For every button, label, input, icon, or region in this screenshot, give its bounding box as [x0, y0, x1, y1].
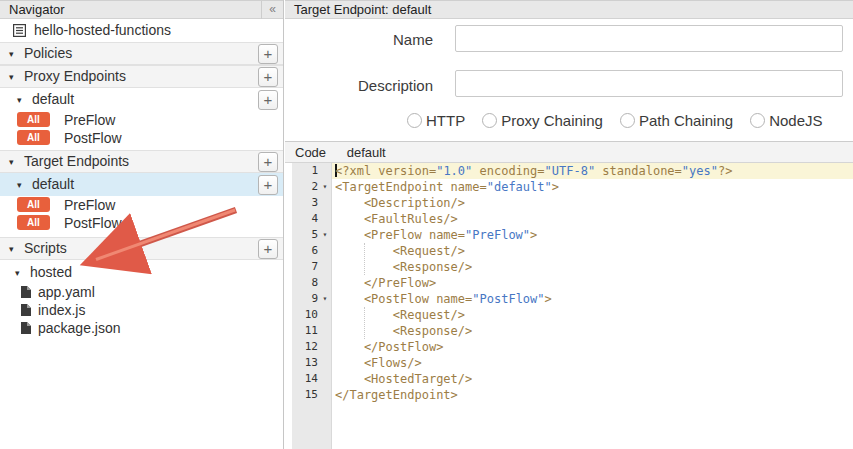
line-number: 4 [292, 211, 318, 227]
radio-proxy-chaining[interactable]: Proxy Chaining [482, 112, 603, 129]
code-tab-bar: Code default [285, 141, 853, 163]
radio-circle-icon[interactable] [482, 113, 497, 128]
sidebar-item-default[interactable]: ▾default+ [0, 88, 283, 111]
item-label: default [32, 91, 74, 107]
item-label: PreFlow [64, 197, 115, 213]
item-label: hello-hosted-functions [34, 22, 171, 38]
sidebar-item-index-js[interactable]: index.js [0, 301, 283, 319]
code-file-name: default [347, 145, 386, 160]
description-input[interactable] [455, 70, 843, 97]
radio-path-chaining[interactable]: Path Chaining [620, 112, 733, 129]
bundle-icon [13, 24, 26, 37]
description-label: Description [285, 77, 433, 94]
code-line-12[interactable]: 12 </PostFlow> [285, 339, 853, 355]
add-button[interactable]: + [258, 67, 278, 87]
sidebar-item-policies[interactable]: ▾Policies+ [0, 42, 283, 65]
radio-circle-icon[interactable] [407, 113, 422, 128]
line-number: 5 [292, 227, 318, 243]
code-line-11[interactable]: 11 <Response/> [285, 323, 853, 339]
item-label: Scripts [24, 240, 67, 256]
sidebar-item-proxy-endpoints[interactable]: ▾Proxy Endpoints+ [0, 65, 283, 88]
disclosure-triangle-icon[interactable]: ▾ [9, 66, 14, 87]
code-line-15[interactable]: 15</TargetEndpoint> [285, 387, 853, 403]
code-line-13[interactable]: 13 <Flows/> [285, 355, 853, 371]
disclosure-triangle-icon[interactable]: ▾ [17, 88, 22, 111]
item-label: PostFlow [64, 215, 122, 231]
sidebar-item-hello-hosted-functions[interactable]: hello-hosted-functions [0, 19, 283, 42]
flow-condition-badge: All [17, 197, 50, 212]
radio-circle-icon[interactable] [750, 113, 765, 128]
line-number: 10 [292, 307, 318, 323]
radio-circle-icon[interactable] [620, 113, 635, 128]
line-number: 14 [292, 371, 318, 387]
code-line-10[interactable]: 10 <Request/> [285, 307, 853, 323]
disclosure-triangle-icon[interactable]: ▾ [17, 173, 22, 196]
tab-code[interactable]: Code [295, 145, 326, 160]
sidebar-item-preflow[interactable]: AllPreFlow [0, 196, 283, 214]
fold-arrow-icon [318, 259, 332, 275]
disclosure-triangle-icon[interactable]: ▾ [9, 43, 14, 64]
line-number: 15 [292, 387, 318, 403]
sidebar-item-target-endpoints[interactable]: ▾Target Endpoints+ [0, 150, 283, 173]
code-editor[interactable]: 1<?xml version="1.0" encoding="UTF-8" st… [285, 163, 853, 449]
code-line-9[interactable]: 9▾ <PostFlow name="PostFlow"> [285, 291, 853, 307]
radio-http[interactable]: HTTP [407, 112, 465, 129]
code-line-4[interactable]: 4 <FaultRules/> [285, 211, 853, 227]
add-button[interactable]: + [258, 44, 278, 64]
navigator-header: Navigator « [0, 0, 283, 19]
sidebar-item-app-yaml[interactable]: app.yaml [0, 283, 283, 301]
sidebar-item-preflow[interactable]: AllPreFlow [0, 111, 283, 129]
flow-condition-badge: All [17, 215, 50, 230]
item-label: app.yaml [38, 284, 95, 300]
disclosure-triangle-icon[interactable]: ▾ [9, 151, 14, 172]
radio-label: Proxy Chaining [501, 112, 603, 129]
disclosure-triangle-icon[interactable]: ▾ [9, 238, 14, 259]
sidebar-item-postflow[interactable]: AllPostFlow [0, 214, 283, 232]
add-button[interactable]: + [258, 90, 278, 110]
code-line-5[interactable]: 5▾ <PreFlow name="PreFlow"> [285, 227, 853, 243]
target-endpoint-header: Target Endpoint: default [285, 0, 853, 19]
sidebar-item-postflow[interactable]: AllPostFlow [0, 129, 283, 147]
fold-arrow-icon[interactable]: ▾ [318, 291, 332, 307]
fold-arrow-icon[interactable]: ▾ [318, 227, 332, 243]
code-line-7[interactable]: 7 <Response/> [285, 259, 853, 275]
sidebar-item-package-json[interactable]: package.json [0, 319, 283, 337]
item-label: Proxy Endpoints [24, 68, 126, 84]
code-line-text: <Flows/> [332, 355, 853, 371]
item-label: PreFlow [64, 112, 115, 128]
code-line-6[interactable]: 6 <Request/> [285, 243, 853, 259]
sidebar-item-scripts[interactable]: ▾Scripts+ [0, 237, 283, 260]
radio-label: Path Chaining [639, 112, 733, 129]
proxy-editor-app: Navigator « hello-hosted-functions▾Polic… [0, 0, 853, 449]
fold-arrow-icon[interactable]: ▾ [318, 179, 332, 195]
sidebar-item-default[interactable]: ▾default+ [0, 173, 283, 196]
name-label: Name [285, 31, 433, 48]
radio-nodejs[interactable]: NodeJS [750, 112, 822, 129]
code-line-3[interactable]: 3 <Description/> [285, 195, 853, 211]
name-input[interactable] [455, 25, 843, 52]
code-line-8[interactable]: 8 </PreFlow> [285, 275, 853, 291]
code-line-1[interactable]: 1<?xml version="1.0" encoding="UTF-8" st… [285, 163, 853, 179]
code-line-2[interactable]: 2▾<TargetEndpoint name="default"> [285, 179, 853, 195]
add-button[interactable]: + [258, 152, 278, 172]
item-label: index.js [38, 302, 85, 318]
file-icon [21, 304, 31, 316]
item-label: default [32, 176, 74, 192]
item-label: package.json [38, 320, 121, 336]
code-lines: 1<?xml version="1.0" encoding="UTF-8" st… [285, 163, 853, 403]
item-label: Target Endpoints [24, 153, 129, 169]
code-line-14[interactable]: 14 <HostedTarget/> [285, 371, 853, 387]
sidebar-item-hosted[interactable]: ▾hosted [0, 262, 283, 283]
navigator-title: Navigator [9, 2, 65, 17]
flow-condition-badge: All [17, 130, 50, 145]
collapse-panel-icon[interactable]: « [261, 1, 283, 19]
line-number: 12 [292, 339, 318, 355]
disclosure-triangle-icon[interactable]: ▾ [15, 262, 20, 283]
line-number: 6 [292, 243, 318, 259]
file-icon [21, 286, 31, 298]
code-line-text: </TargetEndpoint> [332, 387, 853, 403]
add-button[interactable]: + [258, 239, 278, 259]
add-button[interactable]: + [258, 175, 278, 195]
file-icon [21, 322, 31, 334]
indent-guide [364, 307, 365, 339]
